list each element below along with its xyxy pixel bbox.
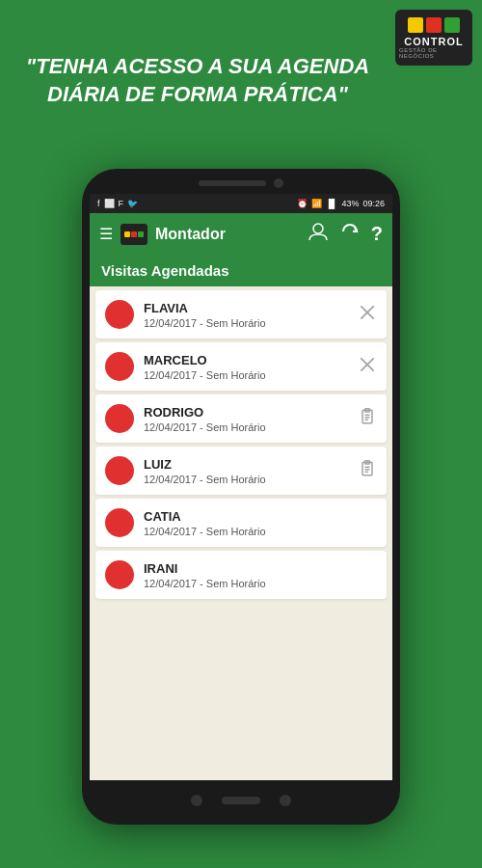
visit-date: 12/04/2017 - Sem Horário [144, 317, 348, 329]
mini-logo-squares [124, 231, 144, 237]
clipboard-icon[interactable] [358, 459, 377, 482]
phone-device: f ⬜ F 🐦 ⏰ 📶 ▐▌ 43% 09:26 ☰ [82, 169, 400, 825]
phone-speaker [199, 180, 266, 186]
control-logo: CONTROL GESTÃO DE NEGÓCIOS [395, 10, 472, 66]
logo-yellow-square [408, 17, 423, 33]
visit-item-flavia[interactable]: FLAVIA 12/04/2017 - Sem Horário [95, 290, 387, 339]
visit-date: 12/04/2017 - Sem Horário [144, 578, 377, 589]
phone-camera [274, 178, 283, 188]
visit-info: MARCELO 12/04/2017 - Sem Horário [144, 353, 348, 381]
tools-icon[interactable] [358, 303, 377, 326]
mini-sq-green [138, 231, 144, 237]
visit-name: IRANI [144, 561, 377, 576]
hamburger-menu-icon[interactable]: ☰ [99, 225, 113, 243]
help-icon[interactable]: ? [371, 223, 383, 245]
recent-button[interactable] [280, 795, 291, 806]
visit-status-dot [105, 352, 134, 381]
visit-status-dot [105, 508, 134, 537]
status-f2-icon: F [119, 199, 124, 208]
visit-item-rodrigo[interactable]: RODRIGO 12/04/2017 - Sem Horário [95, 394, 387, 443]
profile-icon[interactable] [308, 221, 329, 247]
visit-info: LUIZ 12/04/2017 - Sem Horário [144, 457, 348, 485]
home-button[interactable] [222, 797, 260, 804]
tools-icon[interactable] [358, 355, 377, 378]
visit-status-dot [105, 456, 134, 485]
status-battery: 43% [341, 199, 359, 208]
status-bar-right: ⏰ 📶 ▐▌ 43% 09:26 [297, 199, 385, 208]
app-title: Montador [155, 226, 300, 243]
phone-bottom-bar [90, 786, 392, 815]
visit-name: RODRIGO [144, 405, 348, 420]
phone-top-bar [90, 178, 392, 188]
visit-status-dot [105, 300, 134, 329]
mini-sq-yellow [124, 231, 130, 237]
status-time: 09:26 [362, 199, 385, 208]
status-signal-icon: ▐▌ [326, 199, 338, 208]
status-bar: f ⬜ F 🐦 ⏰ 📶 ▐▌ 43% 09:26 [90, 194, 392, 213]
visit-name: MARCELO [144, 353, 348, 367]
logo-red-square [426, 17, 442, 33]
app-logo-small [120, 224, 147, 245]
status-fb-icon: f [97, 199, 100, 208]
visit-info: RODRIGO 12/04/2017 - Sem Horário [144, 405, 348, 433]
clipboard-icon[interactable] [358, 407, 377, 430]
visit-name: CATIA [144, 509, 377, 524]
status-screen-icon: ⬜ [104, 199, 115, 208]
status-bar-left: f ⬜ F 🐦 [97, 199, 138, 208]
visit-info: CATIA 12/04/2017 - Sem Horário [144, 509, 377, 537]
visit-status-dot [105, 560, 134, 589]
mini-sq-red [131, 231, 137, 237]
status-wifi-icon: 📶 [311, 199, 322, 208]
refresh-icon[interactable] [340, 222, 360, 246]
visit-date: 12/04/2017 - Sem Horário [144, 369, 348, 381]
visit-date: 12/04/2017 - Sem Horário [144, 474, 348, 485]
status-twitter-icon: 🐦 [127, 199, 138, 208]
visit-info: FLAVIA 12/04/2017 - Sem Horário [144, 301, 348, 329]
visit-item-luiz[interactable]: LUIZ 12/04/2017 - Sem Horário [95, 447, 387, 495]
header-icons: ? [308, 221, 383, 247]
visit-item-catia[interactable]: CATIA 12/04/2017 - Sem Horário [95, 499, 387, 547]
logo-green-square [444, 17, 460, 33]
visit-name: FLAVIA [144, 301, 348, 315]
visit-date: 12/04/2017 - Sem Horário [144, 421, 348, 433]
visit-item-irani[interactable]: IRANI 12/04/2017 - Sem Horário [95, 551, 387, 599]
visit-info: IRANI 12/04/2017 - Sem Horário [144, 561, 377, 589]
visit-list: FLAVIA 12/04/2017 - Sem Horário MARCELO … [90, 286, 392, 780]
back-button[interactable] [191, 795, 202, 806]
visit-date: 12/04/2017 - Sem Horário [144, 526, 377, 537]
logo-text: CONTROL [404, 36, 463, 47]
section-title: Visitas Agendadas [90, 255, 392, 286]
visit-name: LUIZ [144, 457, 348, 472]
logo-subtext: GESTÃO DE NEGÓCIOS [399, 47, 469, 59]
logo-squares [408, 17, 460, 33]
app-header: ☰ Montador [90, 213, 392, 255]
tagline-text: "TENHA ACESSO A SUA AGENDA DIÁRIA DE FOR… [19, 53, 376, 108]
visit-status-dot [105, 404, 134, 433]
svg-point-0 [313, 224, 323, 233]
status-alarm-icon: ⏰ [297, 199, 308, 208]
visit-item-marcelo[interactable]: MARCELO 12/04/2017 - Sem Horário [95, 342, 387, 391]
phone-screen: f ⬜ F 🐦 ⏰ 📶 ▐▌ 43% 09:26 ☰ [90, 194, 392, 780]
